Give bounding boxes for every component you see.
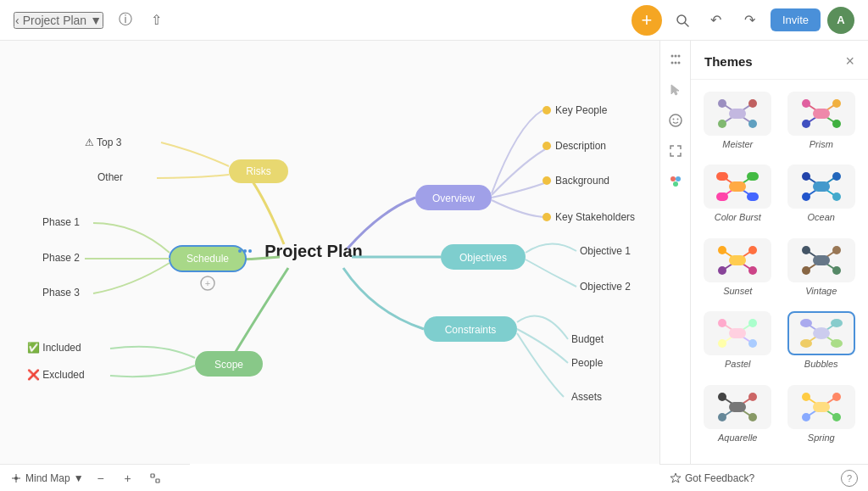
svg-point-58 bbox=[676, 176, 681, 181]
svg-point-93 bbox=[832, 172, 841, 181]
theme-bubbles[interactable]: Bubbles bbox=[785, 311, 859, 374]
svg-point-140 bbox=[718, 413, 726, 421]
svg-point-9 bbox=[542, 176, 551, 185]
svg-point-52 bbox=[674, 55, 676, 58]
undo-button[interactable]: ↶ bbox=[703, 7, 730, 34]
svg-point-113 bbox=[802, 266, 810, 275]
footer-left: Mind Map ▼ − + bbox=[0, 464, 190, 491]
svg-point-76 bbox=[832, 120, 841, 128]
theme-pastel[interactable]: Pastel bbox=[701, 311, 775, 374]
color-icon-button[interactable] bbox=[664, 170, 687, 193]
avatar: A bbox=[827, 7, 854, 34]
theme-color-burst[interactable]: Color Burst bbox=[701, 165, 775, 227]
svg-point-129 bbox=[831, 319, 843, 327]
svg-point-53 bbox=[674, 62, 676, 64]
theme-vintage[interactable]: Vintage bbox=[785, 238, 859, 301]
info-button[interactable]: ⓘ bbox=[114, 8, 137, 32]
svg-point-102 bbox=[748, 246, 757, 254]
theme-meister[interactable]: Meister bbox=[701, 92, 775, 154]
theme-prism[interactable]: Prism bbox=[785, 92, 859, 154]
svg-text:Objective 2: Objective 2 bbox=[580, 281, 631, 293]
svg-point-7 bbox=[542, 142, 551, 150]
svg-point-51 bbox=[677, 62, 680, 64]
svg-text:Scope: Scope bbox=[214, 359, 243, 371]
fit-icon bbox=[149, 472, 161, 484]
theme-sunset[interactable]: Sunset bbox=[701, 238, 775, 301]
svg-text:Key Stakeholders: Key Stakeholders bbox=[555, 211, 635, 223]
themes-grid: Meister Prism bbox=[691, 80, 868, 460]
search-button[interactable] bbox=[669, 7, 696, 34]
svg-point-55 bbox=[672, 119, 674, 120]
svg-point-11 bbox=[542, 213, 551, 221]
svg-point-74 bbox=[802, 99, 810, 108]
svg-point-68 bbox=[718, 120, 726, 128]
svg-point-67 bbox=[748, 120, 757, 128]
svg-point-75 bbox=[832, 99, 841, 108]
themes-panel: Themes × Meister bbox=[690, 41, 868, 491]
svg-text:Description: Description bbox=[555, 140, 606, 152]
right-sidebar bbox=[659, 41, 690, 464]
svg-text:Schedule: Schedule bbox=[186, 253, 229, 265]
svg-text:✅ Included: ✅ Included bbox=[27, 341, 81, 354]
project-title: Project Plan bbox=[23, 14, 86, 27]
theme-ocean-label: Ocean bbox=[808, 212, 835, 222]
svg-point-48 bbox=[670, 55, 673, 58]
feedback-button[interactable]: Got Feedback? bbox=[670, 472, 754, 484]
svg-point-111 bbox=[832, 246, 841, 254]
help-button[interactable]: ? bbox=[841, 470, 858, 487]
svg-text:Background: Background bbox=[555, 175, 609, 187]
svg-point-66 bbox=[748, 99, 757, 108]
map-type-label: Mind Map bbox=[25, 472, 70, 484]
svg-text:Phase 2: Phase 2 bbox=[42, 252, 80, 264]
add-button[interactable]: + bbox=[632, 5, 662, 36]
themes-title: Themes bbox=[704, 54, 753, 69]
map-type-button[interactable]: Mind Map ▼ bbox=[10, 472, 84, 484]
emoji-icon-button[interactable] bbox=[664, 109, 687, 132]
upload-button[interactable]: ⇧ bbox=[144, 8, 168, 32]
svg-rect-82 bbox=[729, 181, 746, 192]
svg-text:People: People bbox=[571, 357, 604, 369]
svg-point-29 bbox=[243, 249, 247, 253]
fit-button[interactable] bbox=[145, 468, 165, 488]
svg-point-104 bbox=[718, 266, 726, 275]
svg-rect-84 bbox=[747, 172, 759, 181]
map-type-arrow: ▼ bbox=[74, 472, 84, 484]
theme-bubbles-label: Bubbles bbox=[804, 359, 838, 369]
theme-prism-label: Prism bbox=[810, 139, 833, 149]
svg-rect-86 bbox=[716, 192, 728, 201]
svg-point-103 bbox=[748, 266, 757, 275]
svg-point-65 bbox=[718, 99, 726, 108]
zoom-out-button[interactable]: − bbox=[91, 468, 111, 488]
pointer-icon-button[interactable] bbox=[664, 78, 687, 102]
dropdown-arrow-icon: ▼ bbox=[90, 14, 102, 27]
svg-rect-91 bbox=[813, 181, 830, 192]
apps-icon-button[interactable] bbox=[664, 47, 687, 71]
svg-text:Risks: Risks bbox=[246, 165, 270, 177]
footer-right: Got Feedback? ? bbox=[659, 464, 868, 491]
theme-ocean[interactable]: Ocean bbox=[785, 165, 859, 227]
themes-close-button[interactable]: × bbox=[845, 53, 854, 70]
fullscreen-icon bbox=[669, 144, 682, 158]
theme-aquarelle[interactable]: Aquarelle bbox=[701, 385, 775, 448]
svg-point-131 bbox=[800, 339, 812, 348]
svg-point-57 bbox=[670, 176, 676, 181]
apps-icon bbox=[668, 52, 683, 67]
svg-line-1 bbox=[685, 23, 688, 26]
zoom-in-button[interactable]: + bbox=[118, 468, 138, 488]
invite-button[interactable]: Invite bbox=[771, 8, 821, 31]
svg-point-50 bbox=[670, 62, 673, 64]
app-header: ‹ Project Plan ▼ ⓘ ⇧ + ↶ ↷ Invite A bbox=[0, 0, 868, 41]
theme-spring[interactable]: Spring bbox=[785, 385, 859, 448]
theme-preview-prism bbox=[787, 92, 855, 136]
svg-point-110 bbox=[802, 246, 810, 254]
mindmap-canvas[interactable]: Project Plan Overview Key People Descrip… bbox=[0, 41, 678, 464]
svg-rect-145 bbox=[813, 402, 830, 412]
search-icon bbox=[676, 14, 689, 27]
svg-point-5 bbox=[542, 106, 551, 114]
back-button[interactable]: ‹ Project Plan ▼ bbox=[14, 12, 103, 29]
svg-rect-85 bbox=[747, 192, 759, 201]
redo-button[interactable]: ↷ bbox=[737, 7, 764, 34]
theme-sunset-label: Sunset bbox=[723, 286, 752, 296]
theme-aquarelle-label: Aquarelle bbox=[718, 432, 757, 443]
fullscreen-icon-button[interactable] bbox=[664, 139, 687, 163]
